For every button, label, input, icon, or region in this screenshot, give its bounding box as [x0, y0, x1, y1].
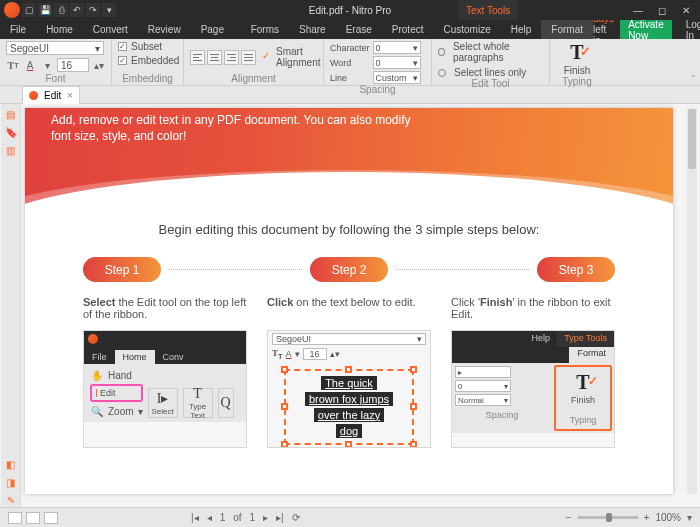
nav-next-icon[interactable]: ▸ — [263, 512, 268, 523]
nav-last-icon[interactable]: ▸| — [276, 512, 284, 523]
menu-file[interactable]: File — [0, 20, 36, 39]
spacing-line-input[interactable]: Custom▾ — [373, 71, 421, 84]
menu-review[interactable]: Review — [138, 20, 191, 39]
step1-screenshot: FileHomeConv ✋Hand IEdit 🔍Zoom▾ I▸Select… — [83, 330, 247, 448]
chevron-down-icon: ▾ — [95, 43, 100, 54]
document-canvas[interactable]: Add, remove or edit text in any PDF docu… — [25, 108, 673, 494]
sidebar-pages-icon[interactable]: ▤ — [4, 107, 18, 121]
highlighted-edit-tool: IEdit — [90, 384, 143, 402]
align-right-button[interactable] — [224, 50, 239, 65]
menu-convert[interactable]: Convert — [83, 20, 138, 39]
document-tab-label: Edit — [44, 90, 61, 101]
page-total: 1 — [250, 512, 256, 523]
hero-line1: Add, remove or edit text in any PDF docu… — [51, 112, 673, 128]
page-sep: of — [233, 512, 241, 523]
view-mode-3[interactable] — [44, 512, 58, 524]
select-lines-only-radio[interactable]: Select lines only — [438, 67, 526, 78]
hero-line2: font size, style, and color! — [51, 128, 673, 144]
step2-pill: Step 2 — [310, 257, 388, 282]
close-button[interactable]: ✕ — [680, 5, 692, 16]
qat-open-icon[interactable]: ▢ — [22, 3, 36, 17]
menu-format[interactable]: Format — [541, 20, 593, 39]
finish-button-label[interactable]: Finish — [564, 65, 591, 76]
group-title-embedding: Embedding — [118, 73, 177, 84]
group-title-spacing: Spacing — [330, 84, 425, 95]
align-center-button[interactable] — [207, 50, 222, 65]
step2-screenshot: SegoeUI▾ TTA▾16▴▾ The quick brown fox ju… — [267, 330, 431, 448]
select-whole-paragraphs-radio[interactable]: Select whole paragraphs — [438, 41, 543, 63]
qat-redo-icon[interactable]: ↷ — [86, 3, 100, 17]
highlighted-finish-button: T✓ Finish Typing — [554, 365, 612, 431]
menu-forms[interactable]: Forms — [241, 20, 289, 39]
step3-pill: Step 3 — [537, 257, 615, 282]
maximize-button[interactable]: ◻ — [656, 5, 668, 16]
view-mode-1[interactable] — [8, 512, 22, 524]
smart-alignment-toggle[interactable]: Smart Alignment — [276, 46, 320, 68]
nav-prev-icon[interactable]: ◂ — [207, 512, 212, 523]
chevron-down-icon: ▾ — [413, 58, 418, 68]
zoom-out-icon[interactable]: − — [566, 512, 572, 523]
menu-customize[interactable]: Customize — [434, 20, 501, 39]
qat-more-icon[interactable]: ▾ — [102, 3, 116, 17]
step3-screenshot: HelpType Tools Format ▸ 0▾ Normal▾ Spaci… — [451, 330, 615, 448]
chevron-down-icon[interactable]: ▾ — [40, 58, 54, 72]
app-logo — [4, 2, 20, 18]
sidebar-bookmarks-icon[interactable]: 🔖 — [4, 125, 18, 139]
page-current: 1 — [220, 512, 226, 523]
step1-pill: Step 1 — [83, 257, 161, 282]
intro-text: Begin editing this document by following… — [55, 222, 643, 237]
spacing-character-label: Character — [330, 43, 370, 53]
sidebar-c-icon[interactable]: ✎ — [4, 493, 18, 507]
sidebar-a-icon[interactable]: ◧ — [4, 457, 18, 471]
document-tab[interactable]: Edit × — [22, 86, 80, 104]
step-connector — [396, 269, 529, 270]
embedded-checkbox[interactable]: ✓Embedded — [118, 55, 179, 66]
superscript-icon[interactable]: TT — [6, 58, 20, 72]
view-mode-2[interactable] — [26, 512, 40, 524]
spinner-icon[interactable]: ▴▾ — [92, 58, 106, 72]
qat-save-icon[interactable]: 💾 — [38, 3, 52, 17]
vertical-scrollbar[interactable] — [687, 108, 697, 494]
spacing-word-input[interactable]: 0▾ — [373, 56, 421, 69]
document-tab-icon — [29, 91, 38, 100]
sidebar-b-icon[interactable]: ◨ — [4, 475, 18, 489]
font-family-select[interactable]: SegoeUI▾ — [6, 41, 104, 55]
step1-desc: Select the Edit tool on the top left of … — [83, 296, 247, 320]
zoom-dropdown-icon[interactable]: ▾ — [687, 512, 692, 523]
check-icon: ✓ — [262, 50, 270, 64]
menu-help[interactable]: Help — [501, 20, 542, 39]
menu-home[interactable]: Home — [36, 20, 83, 39]
document-title: Edit.pdf - Nitro Pro — [309, 5, 391, 16]
chevron-down-icon: ▾ — [413, 73, 418, 83]
subset-checkbox[interactable]: ✓Subset — [118, 41, 162, 52]
nav-refresh-icon[interactable]: ⟳ — [292, 512, 300, 523]
login-button[interactable]: Log In — [676, 19, 700, 41]
spacing-character-input[interactable]: 0▾ — [373, 41, 421, 54]
qat-undo-icon[interactable]: ↶ — [70, 3, 84, 17]
align-left-button[interactable] — [190, 50, 205, 65]
menu-page-layout[interactable]: Page Layout — [191, 20, 241, 39]
font-size-input[interactable]: 16 — [57, 58, 89, 72]
qat-print-icon[interactable]: ⎙ — [54, 3, 68, 17]
spacing-word-label: Word — [330, 58, 370, 68]
minimize-button[interactable]: — — [632, 5, 644, 16]
nav-first-icon[interactable]: |◂ — [191, 512, 199, 523]
menu-protect[interactable]: Protect — [382, 20, 434, 39]
sidebar-layers-icon[interactable]: ▥ — [4, 143, 18, 157]
group-title-alignment: Alignment — [190, 73, 317, 84]
ribbon-collapse-icon[interactable]: ˄ — [691, 74, 696, 84]
menu-share[interactable]: Share — [289, 20, 336, 39]
document-tab-close-icon[interactable]: × — [67, 90, 73, 101]
zoom-in-icon[interactable]: + — [644, 512, 650, 523]
zoom-value: 100% — [655, 512, 681, 523]
step3-desc: Click 'Finish' in the ribbon to exit Edi… — [451, 296, 615, 320]
scrollbar-thumb[interactable] — [688, 109, 696, 169]
spacing-line-label: Line — [330, 73, 370, 83]
menu-erase[interactable]: Erase — [336, 20, 382, 39]
finish-icon[interactable]: T✓ — [570, 41, 583, 64]
zoom-slider[interactable] — [578, 516, 638, 519]
align-justify-button[interactable] — [241, 50, 256, 65]
group-title-font: Font — [6, 73, 105, 84]
font-color-icon[interactable]: A — [23, 58, 37, 72]
contextual-tab-label: Text Tools — [458, 0, 518, 20]
